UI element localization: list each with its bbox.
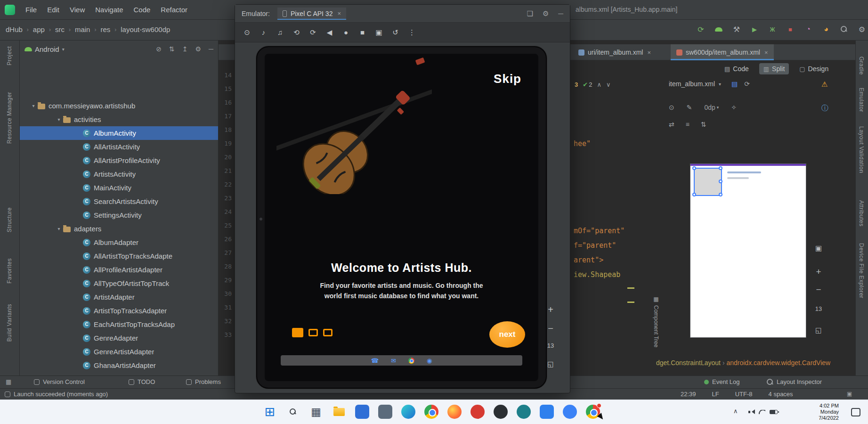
globe-app-icon[interactable] xyxy=(517,405,531,419)
tool-tab-structure[interactable]: Structure xyxy=(6,207,13,232)
distribute-icon[interactable]: ⇅ xyxy=(701,121,706,128)
network-icon[interactable] xyxy=(759,410,765,414)
dark-app-icon[interactable] xyxy=(494,405,508,419)
clock[interactable]: 4:02 PM Monday 7/4/2022 xyxy=(819,403,839,421)
tree-item[interactable]: CAllProfileArtistAdapter xyxy=(20,263,218,277)
screenshot-icon[interactable]: ▣ xyxy=(371,28,387,37)
phone-app-icon[interactable]: ☎ xyxy=(371,357,379,364)
breadcrumb-item[interactable]: layout-sw600dp xyxy=(121,25,170,33)
editor-tab[interactable]: uri/item_album.xml × xyxy=(573,44,657,60)
menu-edit[interactable]: Edit xyxy=(47,6,59,14)
tree-item[interactable]: ▾adapters xyxy=(20,222,218,236)
rotate-left-icon[interactable]: ⟲ xyxy=(288,28,305,37)
snapshot-icon[interactable]: ↺ xyxy=(387,28,404,37)
media-app-icon[interactable] xyxy=(563,405,577,419)
tree-item-selected[interactable]: CAlbumActivity xyxy=(20,126,218,140)
scope-icon[interactable]: ⊘ xyxy=(156,45,162,53)
view-options-eye-icon[interactable]: ⊙ xyxy=(669,104,674,111)
emulator-device-tab[interactable]: Pixel C API 32 × xyxy=(277,8,346,20)
breadcrumb-constraintlayout[interactable]: dget.ConstraintLayout xyxy=(656,359,721,367)
breadcrumb-item[interactable]: main xyxy=(75,25,90,33)
sync-icon[interactable]: ⟳ xyxy=(696,24,706,34)
collapse-all-icon[interactable]: ↥ xyxy=(182,45,188,53)
lock-indicator-icon[interactable]: ▣ xyxy=(847,391,852,397)
device-nav-bar[interactable]: ☎ ✉ ◉ xyxy=(281,355,522,366)
tool-tab-gradle[interactable]: Gradle xyxy=(858,57,865,75)
tool-window-switcher-icon[interactable]: ▦ xyxy=(6,378,11,385)
chrome-active-icon[interactable] xyxy=(586,405,600,419)
volume-up-icon[interactable]: ♫ xyxy=(272,28,288,36)
tool-tab-problems[interactable]: Problems xyxy=(186,378,221,385)
breadcrumb-item[interactable]: src xyxy=(55,25,65,33)
zoom-in-icon[interactable]: + xyxy=(808,267,829,277)
menu-view[interactable]: View xyxy=(70,6,85,14)
tray-chevron-icon[interactable]: ∧ xyxy=(733,408,738,415)
volume-icon[interactable] xyxy=(748,409,754,415)
tab-design[interactable]: ▢Design xyxy=(799,65,828,73)
battery-icon[interactable] xyxy=(770,410,778,414)
selection-handle[interactable] xyxy=(719,166,722,170)
run-icon[interactable]: ▶ xyxy=(750,24,759,34)
menu-refactor[interactable]: Refactor xyxy=(161,6,187,14)
tool-tab-emulator[interactable]: Emulator xyxy=(858,88,865,112)
selected-component[interactable] xyxy=(695,169,721,195)
tool-tab-todo[interactable]: TODO xyxy=(129,378,155,385)
warning-icon[interactable]: ⚠ xyxy=(821,80,827,89)
tree-item[interactable]: CSearchArtistAdapter xyxy=(20,372,218,375)
attach-debugger-icon[interactable]: ◕ xyxy=(821,24,831,34)
code-app-icon[interactable] xyxy=(540,405,554,419)
search-icon[interactable] xyxy=(839,24,849,34)
firefox-icon[interactable] xyxy=(447,405,462,419)
device-icon[interactable] xyxy=(714,24,723,34)
skip-button[interactable]: Skip xyxy=(494,72,521,86)
fold-marker[interactable] xyxy=(627,302,634,303)
file-explorer-icon[interactable] xyxy=(332,405,346,419)
photos-app-icon[interactable]: ◉ xyxy=(427,357,432,364)
tree-item[interactable]: CAlbumAdapter xyxy=(20,236,218,249)
breadcrumb-item[interactable]: dHub xyxy=(6,25,23,33)
inspection-resolved[interactable]: 2 xyxy=(589,81,592,88)
chrome-app-icon[interactable] xyxy=(408,358,414,364)
tool-tab-build-variants[interactable]: Build Variants xyxy=(6,304,13,342)
breadcrumb-item[interactable]: res xyxy=(100,25,110,33)
fold-marker[interactable] xyxy=(627,287,634,289)
profiler-icon[interactable]: ◔ xyxy=(803,24,813,34)
project-view-selector[interactable]: Android xyxy=(35,45,59,53)
minimize-icon[interactable]: ─ xyxy=(558,9,563,18)
tree-item[interactable]: ▾com.messieyawo.artistshub xyxy=(20,99,218,113)
breadcrumb-item[interactable]: app xyxy=(33,25,45,33)
emulator-zoom-out-icon[interactable]: − xyxy=(540,323,561,334)
tree-item[interactable]: CMainActivity xyxy=(20,181,218,195)
tree-item[interactable]: CAllArtistActivity xyxy=(20,140,218,154)
menu-navigate[interactable]: Navigate xyxy=(95,6,123,14)
selection-handle[interactable] xyxy=(719,193,722,196)
component-tree-tab[interactable]: ▦ Component Tree xyxy=(653,296,659,347)
emulator-zoom-in-icon[interactable]: + xyxy=(540,304,561,315)
tab-code[interactable]: ▤Code xyxy=(724,65,749,73)
tool-tab-project[interactable]: Project xyxy=(6,46,13,65)
volume-down-icon[interactable]: ♪ xyxy=(255,28,272,36)
tree-item[interactable]: ▾activities xyxy=(20,113,218,126)
emulator-fullscreen-icon[interactable]: ◱ xyxy=(540,360,561,368)
sort-icon[interactable]: ⇅ xyxy=(169,45,175,53)
close-tab-icon[interactable]: × xyxy=(647,49,651,56)
theme-paint-icon[interactable]: ✎ xyxy=(687,104,692,111)
taskbar-search-icon[interactable] xyxy=(286,405,300,419)
inspection-errors[interactable]: 3 xyxy=(575,81,578,88)
close-device-icon[interactable]: × xyxy=(337,10,341,17)
indent-indicator[interactable]: 4 spaces xyxy=(769,391,793,398)
close-tab-icon[interactable]: × xyxy=(764,49,768,56)
tree-item[interactable]: CGenreAdapter xyxy=(20,331,218,345)
emulator-title-bar[interactable]: Emulator: Pixel C API 32 × ❏ ⚙ ─ xyxy=(235,5,570,23)
magic-wand-icon[interactable]: ✧ xyxy=(731,104,737,111)
edge-icon[interactable] xyxy=(401,405,415,419)
tree-item[interactable]: CArtistAdapter xyxy=(20,290,218,304)
selection-handle[interactable] xyxy=(692,166,696,170)
tree-item[interactable]: CGenreArtistAdapter xyxy=(20,345,218,359)
zoom-to-fit-icon[interactable]: ◱ xyxy=(808,326,829,334)
design-file-selector[interactable]: item_album.xml xyxy=(669,80,715,88)
task-view-icon[interactable]: ▦ xyxy=(309,405,323,419)
next-button[interactable]: next xyxy=(489,321,525,348)
tree-item[interactable]: CGhanaArtistAdapter xyxy=(20,359,218,372)
tab-split[interactable]: ▥Split xyxy=(759,63,789,74)
